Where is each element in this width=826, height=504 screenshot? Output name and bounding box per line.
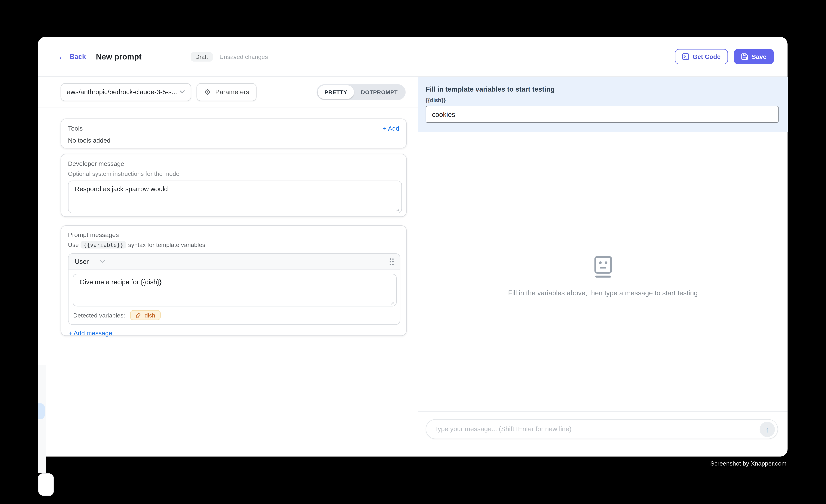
get-code-button[interactable]: Get Code: [675, 49, 728, 64]
user-message-input[interactable]: Give me a recipe for {{dish}}: [73, 274, 397, 306]
message-block: User: [68, 253, 400, 325]
editor-cards: Tools + Add No tools added Developer mes…: [38, 107, 418, 336]
tools-card: Tools + Add No tools added: [61, 118, 407, 148]
detected-variables-label: Detected variables:: [73, 312, 125, 318]
terminal-icon: [682, 53, 689, 60]
resize-grip-icon[interactable]: [395, 207, 399, 212]
corner-popover-fragment: [38, 474, 54, 496]
prompt-editor-panel: aws/anthropic/bedrock-claude-3-5-s... ⚙ …: [38, 77, 418, 456]
back-button[interactable]: ← Back: [58, 52, 86, 61]
developer-message-title: Developer message: [68, 160, 401, 167]
parameters-label: Parameters: [215, 88, 249, 96]
hint-suffix: syntax for template variables: [128, 242, 205, 248]
header-actions: Get Code Save: [675, 49, 774, 64]
chevron-down-icon: [180, 90, 185, 94]
page-title: New prompt: [96, 52, 141, 61]
template-variables-heading: Fill in template variables to start test…: [426, 85, 778, 93]
back-label: Back: [69, 53, 86, 61]
empty-state-text: Fill in the variables above, then type a…: [418, 289, 787, 297]
save-button[interactable]: Save: [734, 49, 774, 64]
back-arrow-icon: ←: [58, 52, 66, 61]
model-toolbar: aws/anthropic/bedrock-claude-3-5-s... ⚙ …: [38, 77, 418, 108]
header: ← Back New prompt Draft Unsaved changes …: [38, 37, 787, 77]
screenshot-stage: ← Back New prompt Draft Unsaved changes …: [0, 0, 826, 504]
robot-face-icon: [594, 256, 612, 278]
dish-variable-input[interactable]: [426, 106, 778, 123]
unsaved-changes-text: Unsaved changes: [220, 54, 268, 60]
send-button[interactable]: ↑: [760, 422, 775, 437]
chevron-down-icon: [100, 259, 106, 263]
tab-dotprompt[interactable]: DOTPROMPT: [354, 85, 405, 99]
tab-pretty[interactable]: PRETTY: [318, 85, 354, 99]
parameters-button[interactable]: ⚙ Parameters: [196, 83, 257, 101]
message-header: User: [68, 254, 400, 270]
tools-empty-text: No tools added: [68, 137, 399, 144]
test-panel: Fill in template variables to start test…: [418, 77, 787, 456]
edit-pencil-icon: [135, 312, 141, 318]
add-message-button[interactable]: + Add message: [68, 330, 112, 337]
prompt-messages-title: Prompt messages: [68, 231, 399, 239]
prompt-editor-window: ← Back New prompt Draft Unsaved changes …: [38, 37, 787, 456]
xnapper-watermark: Screenshot by Xnapper.com: [710, 460, 786, 467]
developer-message-card: Developer message Optional system instru…: [61, 154, 407, 217]
dish-variable-label: {{dish}}: [426, 97, 778, 103]
variable-badge-dish[interactable]: dish: [130, 310, 160, 320]
chat-input-section: ↑: [418, 411, 787, 439]
message-body: Give me a recipe for {{dish}} Detected v…: [68, 270, 400, 324]
hint-code: {{variable}}: [81, 241, 126, 248]
draft-status-badge: Draft: [190, 52, 213, 61]
side-rail-active-item[interactable]: [38, 403, 45, 419]
side-rail-fragment: [38, 365, 46, 473]
gear-icon: ⚙: [204, 88, 211, 96]
model-selector[interactable]: aws/anthropic/bedrock-claude-3-5-s...: [61, 83, 191, 101]
detected-variables-row: Detected variables: dish: [73, 306, 396, 320]
chat-message-input[interactable]: [434, 425, 754, 433]
chat-input-bar: ↑: [426, 419, 778, 439]
tools-title: Tools: [68, 125, 83, 132]
send-arrow-icon: ↑: [765, 426, 769, 433]
save-floppy-icon: [741, 53, 748, 60]
prompt-messages-card: Prompt messages Use {{variable}} syntax …: [61, 225, 407, 336]
get-code-label: Get Code: [693, 53, 721, 60]
role-selector[interactable]: User: [75, 258, 106, 265]
model-selector-value: aws/anthropic/bedrock-claude-3-5-s...: [67, 88, 177, 96]
role-value: User: [75, 258, 88, 265]
template-variables-section: Fill in template variables to start test…: [418, 77, 787, 132]
variable-badge-label: dish: [144, 312, 155, 318]
save-label: Save: [752, 53, 766, 60]
developer-message-input[interactable]: Respond as jack sparrow would: [68, 181, 402, 213]
hint-prefix: Use: [68, 242, 79, 248]
variable-syntax-hint: Use {{variable}} syntax for template var…: [68, 241, 399, 248]
add-tool-button[interactable]: + Add: [383, 125, 399, 132]
drag-handle-icon[interactable]: [389, 257, 395, 266]
view-mode-toggle: PRETTY DOTPROMPT: [316, 84, 406, 100]
developer-message-subtitle: Optional system instructions for the mod…: [68, 171, 401, 177]
resize-grip-icon[interactable]: [390, 301, 394, 305]
